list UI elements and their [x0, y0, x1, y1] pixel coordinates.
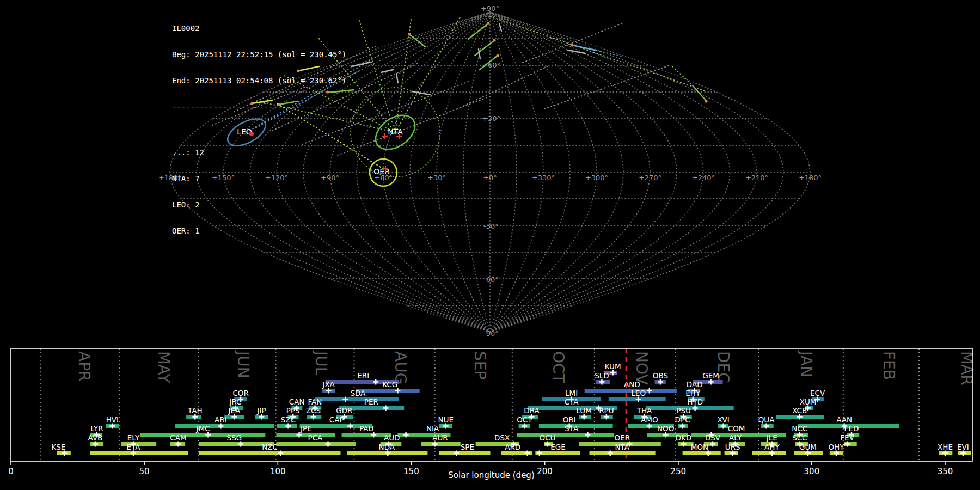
shower-label-DRA: DRA — [524, 406, 540, 415]
shower-label-AHY: AHY — [764, 443, 780, 451]
shower-label-NCC: NCC — [792, 424, 807, 433]
shower-bar-AHY — [752, 451, 786, 455]
x-tick-label-250: 250 — [670, 467, 686, 476]
shower-label-LUM: LUM — [576, 406, 591, 415]
shower-bar-AUR — [421, 442, 461, 446]
map-latitude-label: +30° — [482, 114, 500, 122]
shower-label-COR: COR — [232, 389, 248, 397]
month-label-JAN: JAN — [797, 350, 815, 377]
app-screenshot: { "header": { "station": "IL0002", "beg"… — [0, 0, 980, 490]
meteor-tip-dot — [705, 100, 707, 102]
shower-label-ZCS: ZCS — [306, 406, 321, 415]
shower-label-DPC: DPC — [675, 415, 690, 424]
shower-label-KUM: KUM — [605, 362, 621, 371]
shower-label-OBS: OBS — [653, 371, 668, 380]
x-tick-label-50: 50 — [139, 467, 150, 476]
shower-label-HYD: HYD — [687, 397, 703, 406]
shower-label-SSG: SSG — [227, 433, 242, 442]
shower-label-EHY: EHY — [685, 389, 701, 397]
month-label-JUL: JUL — [312, 350, 330, 376]
count-sporadic: ...: 12 — [172, 148, 346, 157]
session-begin: Beg: 20251112 22:52:15 (sol = 230.45°) — [172, 50, 346, 59]
shower-label-KSE: KSE — [51, 443, 65, 451]
month-label-JUN: JUN — [234, 350, 252, 378]
shower-label-FEV: FEV — [840, 433, 854, 442]
shower-label-DSV: DSV — [705, 433, 721, 442]
meteor-streak — [409, 34, 425, 47]
meteor-streak — [381, 70, 393, 72]
shower-bar-ARI — [175, 424, 274, 428]
shower-label-SZC: SZC — [281, 415, 296, 424]
shower-label-NUE: NUE — [438, 415, 454, 424]
session-info-panel: IL0002 Beg: 20251112 22:52:15 (sol = 230… — [172, 7, 346, 244]
shower-label-AAN: AAN — [836, 415, 852, 424]
shower-label-SLD: SLD — [595, 371, 609, 380]
x-tick-label-0: 0 — [8, 467, 14, 476]
month-label-FEB: FEB — [880, 351, 898, 380]
shower-label-CAP: CAP — [329, 415, 344, 424]
shower-label-ARI: ARI — [215, 415, 227, 424]
shower-label-SPE: SPE — [461, 443, 474, 451]
shower-label-AMO: AMO — [641, 415, 658, 424]
x-tick-label-200: 200 — [537, 467, 553, 476]
meteor-streak — [568, 50, 585, 53]
shower-label-LYR: LYR — [90, 424, 103, 433]
month-label-SEP: SEP — [471, 351, 489, 379]
shower-label-CTA: CTA — [565, 397, 579, 406]
x-tick-label-350: 350 — [938, 467, 953, 476]
shower-label-GDR: GDR — [336, 406, 352, 415]
shower-label-JXA: JXA — [322, 380, 335, 389]
shower-label-PPS: PPS — [286, 406, 300, 415]
shower-bar-JMC — [140, 433, 265, 437]
count-oer: OER: 1 — [172, 226, 346, 235]
shower-label-FED: FED — [844, 424, 859, 433]
shower-label-JMC: JMC — [195, 424, 210, 433]
session-end: End: 20251113 02:54:08 (sol = 230.62°) — [172, 76, 346, 85]
shower-label-CAM: CAM — [170, 433, 186, 442]
meteor-trail — [457, 65, 550, 109]
shower-label-NIA: NIA — [426, 424, 439, 433]
shower-bar-NZC — [199, 451, 340, 455]
shower-label-XHE: XHE — [938, 443, 953, 451]
shower-label-QUA: QUA — [758, 415, 775, 424]
map-longitude-label: +210° — [745, 174, 768, 182]
x-tick-label-300: 300 — [804, 467, 820, 476]
map-latitude-label: -30° — [483, 222, 499, 230]
shower-label-SDA: SDA — [350, 389, 366, 397]
meteor-tip-dot — [487, 22, 489, 24]
radiant-marker-plus — [382, 133, 387, 139]
shower-label-AND: AND — [624, 380, 640, 389]
shower-label-OCU: OCU — [540, 433, 556, 442]
shower-label-GUM: GUM — [799, 443, 817, 451]
shower-label-PER: PER — [364, 397, 378, 406]
shower-label-AUR: AUR — [432, 433, 448, 442]
shower-label-ECV: ECV — [810, 389, 825, 397]
map-meridian — [490, 12, 703, 332]
month-label-MAR: MAR — [958, 351, 976, 385]
map-latitude-label: -60° — [483, 275, 499, 284]
shower-label-XUM: XUM — [800, 397, 817, 406]
shower-label-JIP: JIP — [256, 406, 266, 415]
map-latitude-label: -90° — [483, 329, 499, 338]
shower-label-OCT: OCT — [517, 415, 532, 424]
count-leo: LEO: 2 — [172, 200, 346, 209]
meteor-tip-dot — [408, 33, 411, 35]
meteor-tip-dot — [493, 39, 495, 41]
shower-label-AVB: AVB — [88, 433, 102, 442]
shower-label-ARD: ARD — [505, 443, 520, 451]
shower-bar-AND — [585, 389, 677, 393]
shower-label-KCG: KCG — [382, 380, 397, 389]
shower-label-ELY: ELY — [127, 433, 140, 442]
shower-label-NDA: NDA — [379, 443, 395, 451]
shower-label-OER: OER — [615, 433, 630, 442]
shower-bar-SDA — [315, 397, 399, 401]
shower-label-HVI: HVI — [106, 415, 119, 424]
shower-bar-PCA — [276, 442, 356, 446]
month-label-MAY: MAY — [155, 351, 173, 383]
shower-label-STA: STA — [565, 424, 579, 433]
month-label-OCT: OCT — [549, 351, 567, 384]
radiant-label-NTA: NTA — [388, 127, 403, 136]
radiant-map-and-activity-chart: +180°+150°+120°+90°+60°+30°+0°+330°+300°… — [0, 0, 980, 490]
x-axis-label: Solar longitude (deg) — [448, 470, 534, 480]
shower-label-COM: COM — [728, 424, 745, 433]
